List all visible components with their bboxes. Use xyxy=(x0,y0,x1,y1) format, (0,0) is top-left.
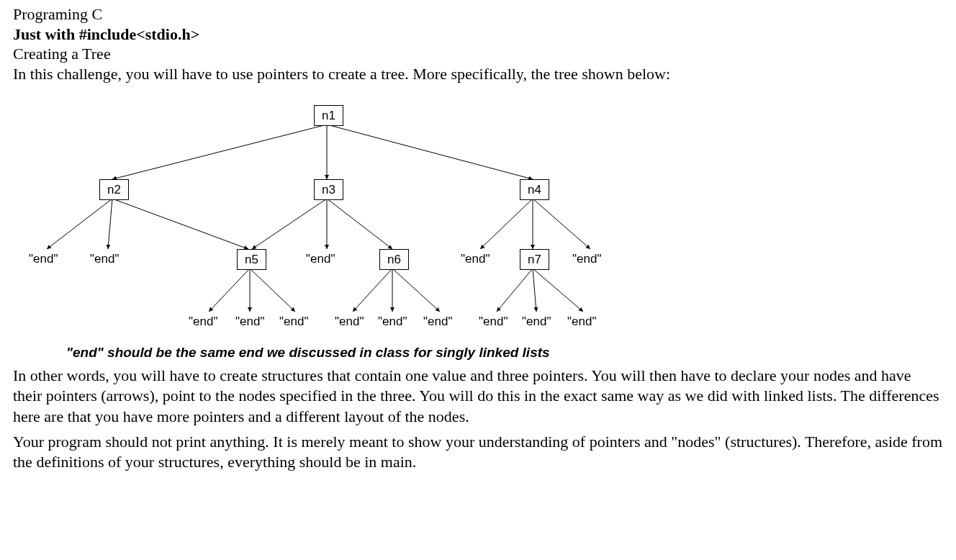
italic-note: "end" should be the same end we discusse… xyxy=(0,344,956,361)
svg-line-15 xyxy=(353,268,392,312)
end-label: "end" xyxy=(235,314,264,329)
heading-line-4: In this challenge, you will have to use … xyxy=(13,64,943,84)
svg-line-5 xyxy=(112,199,248,249)
node-n5: n5 xyxy=(237,249,266,270)
body-paragraph-2: Your program should not print anything. … xyxy=(0,432,956,473)
end-label: "end" xyxy=(335,314,364,329)
svg-line-3 xyxy=(47,199,112,249)
node-n3: n3 xyxy=(314,179,343,200)
svg-line-20 xyxy=(533,268,583,312)
end-label: "end" xyxy=(567,314,596,329)
end-label: "end" xyxy=(423,314,452,329)
node-n7: n7 xyxy=(520,249,549,270)
node-n4: n4 xyxy=(520,179,549,200)
heading-line-3: Creating a Tree xyxy=(13,44,943,64)
svg-line-17 xyxy=(392,268,440,312)
svg-line-4 xyxy=(108,199,112,249)
header-block: Programing C Just with #include<stdio.h>… xyxy=(0,0,956,83)
end-label: "end" xyxy=(572,251,601,266)
svg-line-8 xyxy=(327,199,392,249)
svg-line-12 xyxy=(209,268,250,312)
svg-line-18 xyxy=(497,268,533,312)
end-label: "end" xyxy=(189,314,217,329)
end-label: "end" xyxy=(29,251,58,266)
end-label: "end" xyxy=(378,314,407,329)
tree-diagram: n1 n2 n3 n4 n5 n6 n7 "end" "end" "end" "… xyxy=(0,98,956,335)
node-n2: n2 xyxy=(99,179,129,200)
node-n6: n6 xyxy=(379,249,409,270)
end-label: "end" xyxy=(479,314,508,329)
svg-line-9 xyxy=(480,199,533,249)
tree-edges-svg xyxy=(0,98,956,335)
svg-line-6 xyxy=(252,199,327,249)
body-paragraph-1: In other words, you will have to create … xyxy=(0,366,956,428)
end-label: "end" xyxy=(279,314,308,329)
svg-line-14 xyxy=(250,268,295,312)
node-n1: n1 xyxy=(314,105,343,126)
end-label: "end" xyxy=(461,251,490,266)
heading-line-2: Just with #include<stdio.h> xyxy=(13,24,943,45)
svg-line-11 xyxy=(533,199,590,249)
svg-line-2 xyxy=(327,125,533,179)
end-label: "end" xyxy=(522,314,551,329)
svg-line-0 xyxy=(112,125,327,179)
end-label: "end" xyxy=(90,251,119,266)
heading-line-1: Programing C xyxy=(13,4,943,24)
svg-line-19 xyxy=(533,268,536,312)
end-label: "end" xyxy=(306,251,335,266)
